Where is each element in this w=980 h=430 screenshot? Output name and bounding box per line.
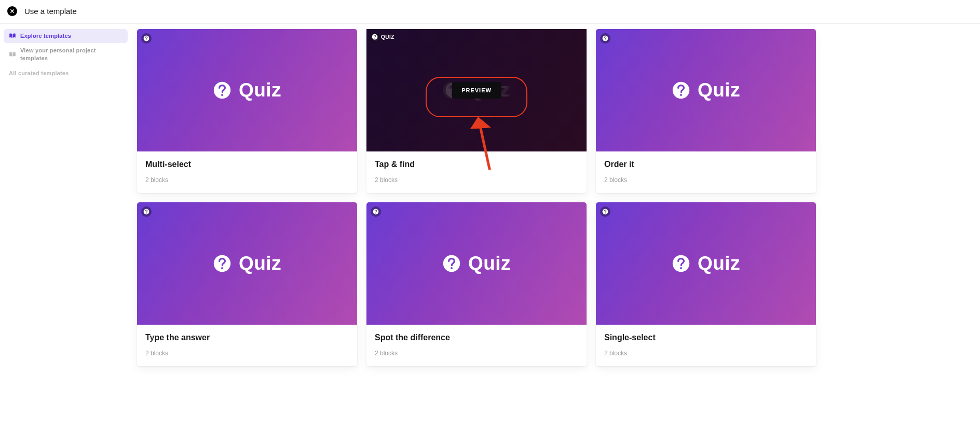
template-card[interactable]: QuizQUIZQuizPREVIEWTap & find2 blocks [366, 29, 587, 193]
template-subtitle: 2 blocks [375, 350, 578, 357]
sidebar-item-1[interactable]: View your personal project templates [4, 44, 128, 65]
category-badge [371, 206, 381, 217]
template-title: Single-select [604, 333, 808, 342]
category-badge [141, 33, 152, 44]
template-meta: Spot the difference2 blocks [366, 325, 587, 366]
book-icon [9, 51, 16, 58]
svg-point-18 [221, 267, 223, 269]
svg-point-28 [605, 213, 605, 213]
template-card[interactable]: QuizMulti-select2 blocks [137, 29, 357, 193]
category-badge [600, 206, 610, 217]
question-circle-icon [143, 209, 149, 215]
thumb-label: Quiz [698, 253, 740, 274]
template-subtitle: 2 blocks [375, 176, 578, 184]
template-thumbnail: Quiz [596, 202, 816, 325]
hover-overlay: QUIZQuizPREVIEW [366, 29, 587, 151]
svg-point-22 [451, 267, 453, 269]
template-thumbnail: QuizQUIZQuizPREVIEW [366, 29, 587, 151]
template-title: Tap & find [375, 160, 578, 169]
question-circle-icon [373, 209, 379, 215]
template-meta: Multi-select2 blocks [137, 151, 357, 193]
svg-point-24 [375, 213, 376, 213]
question-circle-icon [602, 35, 608, 41]
preview-button[interactable]: PREVIEW [452, 82, 501, 99]
book-icon [9, 33, 16, 39]
category-badge [600, 33, 610, 44]
close-button[interactable] [7, 6, 17, 16]
template-subtitle: 2 blocks [604, 350, 808, 357]
sidebar-item-label: Explore templates [20, 32, 71, 40]
page-title: Use a template [24, 7, 77, 16]
template-meta: Order it2 blocks [596, 151, 816, 193]
template-subtitle: 2 blocks [604, 176, 808, 184]
template-thumbnail: Quiz [366, 202, 587, 325]
thumb-label: Quiz [468, 253, 511, 274]
svg-point-3 [146, 39, 146, 40]
sidebar-item-0[interactable]: Explore templates [4, 29, 128, 43]
template-thumbnail: Quiz [137, 202, 357, 325]
template-title: Order it [604, 160, 808, 169]
svg-point-1 [221, 94, 223, 96]
templates-grid: QuizMulti-select2 blocksQuizQUIZQuizPREV… [132, 29, 976, 366]
template-meta: Type the answer2 blocks [137, 325, 357, 366]
template-thumbnail: Quiz [596, 29, 816, 151]
template-title: Type the answer [145, 333, 349, 342]
template-card[interactable]: QuizSpot the difference2 blocks [366, 202, 587, 366]
question-circle-icon [143, 35, 149, 41]
svg-point-14 [680, 94, 682, 96]
sidebar-item-label: View your personal project templates [20, 47, 122, 62]
close-icon [9, 8, 15, 14]
sidebar-heading: All curated templates [4, 66, 128, 76]
svg-point-20 [146, 213, 146, 213]
template-meta: Single-select2 blocks [596, 325, 816, 366]
thumb-label: Quiz [698, 79, 740, 101]
thumb-label: Quiz [239, 253, 281, 274]
sidebar: Explore templatesView your personal proj… [4, 29, 132, 76]
question-circle-icon [442, 254, 461, 273]
thumb-label: Quiz [239, 79, 281, 101]
template-subtitle: 2 blocks [145, 176, 349, 184]
template-title: Spot the difference [375, 333, 578, 342]
question-circle-icon [672, 254, 690, 273]
question-circle-icon [672, 81, 690, 100]
svg-point-26 [680, 267, 682, 269]
template-thumbnail: Quiz [137, 29, 357, 151]
template-card[interactable]: QuizType the answer2 blocks [137, 202, 357, 366]
question-circle-icon [213, 81, 232, 100]
template-title: Multi-select [145, 160, 349, 169]
question-circle-icon [602, 209, 608, 215]
svg-point-16 [605, 39, 605, 40]
template-card[interactable]: QuizOrder it2 blocks [596, 29, 816, 193]
template-card[interactable]: QuizSingle-select2 blocks [596, 202, 816, 366]
template-subtitle: 2 blocks [145, 350, 349, 357]
template-meta: Tap & find2 blocks [366, 151, 587, 193]
category-badge [141, 206, 152, 217]
question-circle-icon [213, 254, 232, 273]
